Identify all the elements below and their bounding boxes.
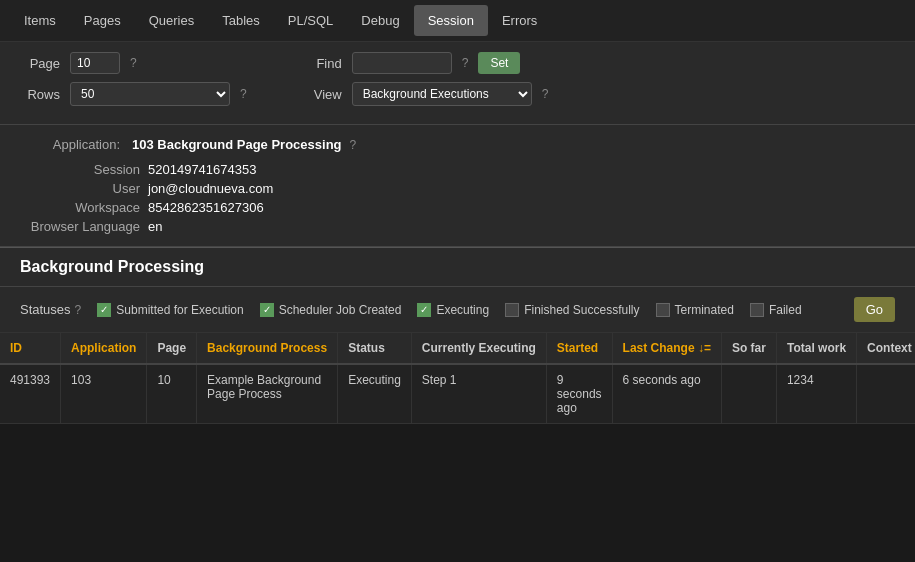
col-header-application: Application [61, 333, 147, 364]
view-label: View [307, 87, 342, 102]
status-finished[interactable]: Finished Successfully [505, 303, 639, 317]
rows-select[interactable]: 50 100 200 [70, 82, 230, 106]
executing-label: Executing [436, 303, 489, 317]
nav-item-debug[interactable]: Debug [347, 5, 413, 36]
col-header-currently-executing: Currently Executing [411, 333, 546, 364]
cell-last-change: 6 seconds ago [612, 364, 721, 424]
rows-label: Rows [20, 87, 60, 102]
cell-context [857, 364, 915, 424]
page-help-icon: ? [130, 56, 137, 70]
status-executing[interactable]: ✓ Executing [417, 303, 489, 317]
application-value: 103 Background Page Processing [132, 137, 342, 152]
workspace-label: Workspace [20, 200, 140, 215]
col-header-last-change: Last Change ↓= [612, 333, 721, 364]
col-header-bg-process: Background Process [197, 333, 338, 364]
col-header-status: Status [338, 333, 412, 364]
view-select[interactable]: Background Executions [352, 82, 532, 106]
user-value: jon@cloudnueva.com [148, 181, 895, 196]
nav-item-tables[interactable]: Tables [208, 5, 274, 36]
bg-processing-header: Background Processing [0, 247, 915, 287]
statuses-help-icon: ? [75, 303, 82, 317]
nav-item-items[interactable]: Items [10, 5, 70, 36]
terminated-label: Terminated [675, 303, 734, 317]
browser-language-value: en [148, 219, 895, 234]
cell-bg-process: Example Background Page Process [197, 364, 338, 424]
session-value: 520149741674353 [148, 162, 895, 177]
status-terminated[interactable]: Terminated [656, 303, 734, 317]
cell-id: 491393 [0, 364, 61, 424]
set-button[interactable]: Set [478, 52, 520, 74]
col-header-started: Started [546, 333, 612, 364]
submitted-label: Submitted for Execution [116, 303, 243, 317]
submitted-checkbox[interactable]: ✓ [97, 303, 111, 317]
table-header-row: ID Application Page Background Process S… [0, 333, 915, 364]
col-header-so-far: So far [721, 333, 776, 364]
browser-language-label: Browser Language [20, 219, 140, 234]
finished-checkbox[interactable] [505, 303, 519, 317]
nav-item-errors[interactable]: Errors [488, 5, 551, 36]
page-label: Page [20, 56, 60, 71]
cell-page: 10 [147, 364, 197, 424]
view-help-icon: ? [542, 87, 549, 101]
cell-total-work: 1234 [776, 364, 856, 424]
status-scheduler[interactable]: ✓ Scheduler Job Created [260, 303, 402, 317]
nav-item-queries[interactable]: Queries [135, 5, 209, 36]
nav-bar: Items Pages Queries Tables PL/SQL Debug … [0, 0, 915, 42]
page-input[interactable] [70, 52, 120, 74]
app-help-icon: ? [350, 138, 357, 152]
scheduler-label: Scheduler Job Created [279, 303, 402, 317]
user-label: User [20, 181, 140, 196]
failed-checkbox[interactable] [750, 303, 764, 317]
terminated-checkbox[interactable] [656, 303, 670, 317]
executions-table: ID Application Page Background Process S… [0, 333, 915, 424]
go-button[interactable]: Go [854, 297, 895, 322]
rows-help-icon: ? [240, 87, 247, 101]
table-container: ID Application Page Background Process S… [0, 333, 915, 424]
application-label: Application: [20, 137, 120, 152]
col-header-id: ID [0, 333, 61, 364]
col-header-page: Page [147, 333, 197, 364]
col-header-context: Context [857, 333, 915, 364]
cell-so-far [721, 364, 776, 424]
find-label: Find [307, 56, 342, 71]
scheduler-checkbox[interactable]: ✓ [260, 303, 274, 317]
failed-label: Failed [769, 303, 802, 317]
cell-application: 103 [61, 364, 147, 424]
statuses-row: Statuses ? ✓ Submitted for Execution ✓ S… [0, 287, 915, 333]
finished-label: Finished Successfully [524, 303, 639, 317]
controls-section: Page ? Rows 50 100 200 ? Find ? Set [0, 42, 915, 125]
find-help-icon: ? [462, 56, 469, 70]
session-label: Session [20, 162, 140, 177]
executing-checkbox[interactable]: ✓ [417, 303, 431, 317]
nav-item-pages[interactable]: Pages [70, 5, 135, 36]
workspace-value: 8542862351627306 [148, 200, 895, 215]
status-submitted[interactable]: ✓ Submitted for Execution [97, 303, 243, 317]
nav-item-plsql[interactable]: PL/SQL [274, 5, 348, 36]
nav-item-session[interactable]: Session [414, 5, 488, 36]
cell-started: 9 seconds ago [546, 364, 612, 424]
info-section: Application: 103 Background Page Process… [0, 125, 915, 247]
table-row: 491393 103 10 Example Background Page Pr… [0, 364, 915, 424]
find-input[interactable] [352, 52, 452, 74]
cell-currently-executing: Step 1 [411, 364, 546, 424]
status-failed[interactable]: Failed [750, 303, 802, 317]
col-header-total-work: Total work [776, 333, 856, 364]
statuses-label-text: Statuses [20, 302, 71, 317]
cell-status: Executing [338, 364, 412, 424]
